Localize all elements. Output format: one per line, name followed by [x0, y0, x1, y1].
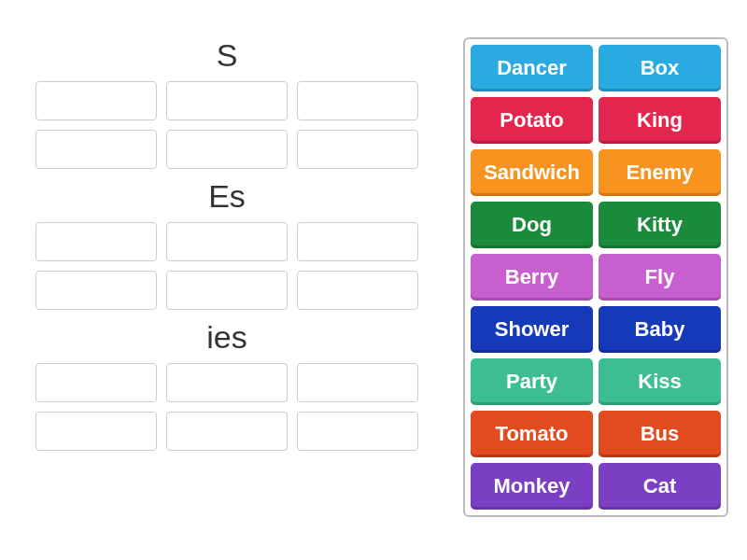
word-card[interactable]: Bus	[599, 411, 721, 457]
word-card[interactable]: Dancer	[471, 45, 593, 91]
workspace: S Es ies	[0, 0, 747, 536]
drop-slot[interactable]	[35, 412, 157, 451]
word-card[interactable]: Fly	[599, 254, 721, 301]
slot-grid	[35, 81, 418, 169]
word-card[interactable]: Cat	[599, 463, 721, 510]
word-card[interactable]: Tomato	[471, 411, 593, 457]
drop-slot[interactable]	[297, 271, 418, 310]
drop-slot[interactable]	[35, 222, 157, 261]
group-ies: ies	[19, 319, 435, 451]
drop-slot[interactable]	[166, 363, 288, 402]
word-card[interactable]: Berry	[471, 254, 593, 301]
drop-slot[interactable]	[166, 81, 288, 120]
slot-grid	[35, 222, 418, 310]
drop-slot[interactable]	[297, 412, 418, 451]
word-card[interactable]: Party	[471, 358, 593, 405]
word-card[interactable]: Kitty	[599, 202, 721, 248]
word-card[interactable]: Potato	[471, 97, 593, 144]
drop-slot[interactable]	[297, 130, 418, 169]
slot-grid	[35, 363, 418, 451]
drop-slot[interactable]	[35, 81, 157, 120]
word-bank: Dancer Box Potato King Sandwich Enemy Do…	[463, 37, 728, 517]
drop-slot[interactable]	[166, 412, 288, 451]
drop-slot[interactable]	[297, 81, 418, 120]
word-card[interactable]: Dog	[471, 202, 593, 248]
word-card[interactable]: Baby	[599, 306, 721, 353]
group-s: S	[19, 37, 435, 169]
drop-slot[interactable]	[297, 363, 418, 402]
drop-slot[interactable]	[166, 222, 288, 261]
group-title: ies	[206, 319, 247, 356]
drop-slot[interactable]	[35, 271, 157, 310]
drop-area: S Es ies	[19, 37, 435, 517]
word-card[interactable]: Box	[599, 45, 721, 91]
word-card[interactable]: Monkey	[471, 463, 593, 510]
word-card[interactable]: Kiss	[599, 358, 721, 405]
word-card[interactable]: Sandwich	[471, 149, 593, 196]
group-es: Es	[19, 178, 435, 310]
drop-slot[interactable]	[35, 363, 157, 402]
word-card[interactable]: Shower	[471, 306, 593, 353]
word-card[interactable]: Enemy	[599, 149, 721, 196]
group-title: S	[217, 37, 238, 74]
drop-slot[interactable]	[297, 222, 418, 261]
word-card[interactable]: King	[599, 97, 721, 144]
drop-slot[interactable]	[35, 130, 157, 169]
drop-slot[interactable]	[166, 271, 288, 310]
drop-slot[interactable]	[166, 130, 288, 169]
group-title: Es	[208, 178, 246, 215]
